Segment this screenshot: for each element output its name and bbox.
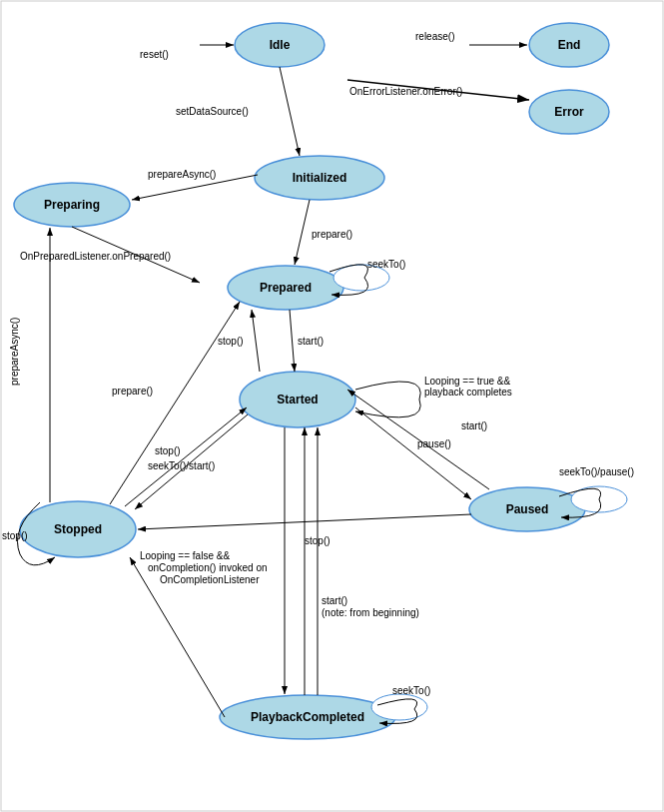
label-seekto-start: seekTo()/start() (148, 460, 215, 471)
state-playback-completed-label: PlaybackCompleted (251, 710, 364, 724)
label-stop-stopped: stop() (2, 530, 28, 541)
label-seekto-playback: seekTo() (392, 685, 430, 696)
label-looping-true1: Looping == true && (424, 376, 511, 387)
state-idle-label: Idle (270, 38, 291, 52)
label-prepare-init: prepare() (312, 229, 352, 240)
svg-line-13 (110, 302, 240, 504)
state-initialized-label: Initialized (293, 171, 347, 185)
label-setdatasource: setDataSource() (176, 106, 249, 117)
state-end-label: End (558, 38, 581, 52)
label-reset: reset() (140, 49, 169, 60)
label-seekto-pause: seekTo()/pause() (559, 466, 634, 477)
state-stopped-label: Stopped (54, 522, 102, 536)
svg-line-16 (347, 390, 489, 489)
label-start-playback: start() (322, 595, 347, 606)
label-stop-started: stop() (155, 445, 181, 456)
label-prepare-stopped: prepare() (112, 386, 153, 397)
svg-line-8 (295, 200, 310, 265)
label-looping-false2: onCompletion() invoked on (148, 562, 268, 573)
label-note-beginning: (note: from beginning) (322, 607, 419, 618)
label-onprepared: OnPreparedListener.onPrepared() (20, 251, 171, 262)
label-prepareasync-stopped: prepareAsync() (9, 318, 20, 386)
svg-line-15 (355, 407, 471, 499)
label-start-prepared: start() (298, 336, 324, 347)
state-started-label: Started (277, 393, 318, 406)
label-looping-false1: Looping == false && (140, 550, 230, 561)
label-release: release() (415, 31, 454, 42)
state-paused-label: Paused (506, 502, 549, 516)
state-playback-loop (371, 694, 427, 720)
label-onerror: OnErrorListener.onError() (349, 86, 462, 97)
label-stop-prepared: stop() (218, 336, 244, 347)
label-start-paused: start() (461, 420, 487, 431)
label-looping-true2: playback completes (424, 387, 512, 398)
label-prepareasync-init: prepareAsync() (148, 169, 216, 180)
svg-line-10 (252, 310, 260, 372)
state-error-label: Error (554, 105, 584, 119)
svg-line-12 (125, 407, 247, 506)
svg-line-4 (280, 67, 300, 156)
state-preparing-label: Preparing (44, 198, 100, 212)
label-seekto-prepared: seekTo() (367, 259, 405, 270)
state-prepared-label: Prepared (260, 281, 312, 295)
label-pause: pause() (417, 438, 451, 449)
label-looping-false3: OnCompletionListener (160, 574, 260, 585)
svg-line-9 (290, 310, 295, 372)
